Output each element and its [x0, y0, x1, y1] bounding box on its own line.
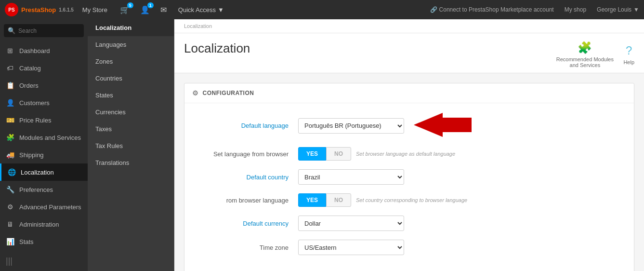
sidebar-collapse-btn[interactable]: |||: [0, 251, 88, 271]
sidebar-item-customers[interactable]: 👤 Customers: [0, 94, 88, 111]
admin-icon: 🖥: [6, 220, 14, 228]
sidebar-item-label: Catalog: [19, 65, 41, 72]
from-browser-toggle: YES NO: [298, 193, 351, 207]
preferences-icon: 🔧: [6, 186, 14, 193]
search-box[interactable]: 🔍: [4, 24, 84, 37]
sidebar-item-dashboard[interactable]: ⊞ Dashboard: [0, 42, 88, 59]
version-badge: 1.6.1.5: [59, 7, 74, 13]
from-browser-hint: Set country corresponding to browser lan…: [356, 197, 467, 203]
sidebar-item-catalog[interactable]: 🏷 Catalog: [0, 59, 88, 77]
submenu-item-states[interactable]: States: [88, 87, 174, 104]
shipping-icon: 🚚: [6, 151, 14, 159]
red-arrow: [414, 113, 472, 138]
recommended-modules-btn[interactable]: 🧩 Recommended Modules and Services: [556, 41, 614, 68]
search-icon: 🔍: [8, 27, 15, 34]
store-name[interactable]: My Store: [82, 6, 107, 14]
configuration-card: ⚙ CONFIGURATION Default language Portugu…: [184, 83, 634, 271]
set-language-hint: Set browser language as default language: [356, 151, 455, 157]
dashboard-icon: ⊞: [6, 47, 14, 54]
recommended-modules-label: Recommended Modules and Services: [556, 56, 614, 68]
from-browser-yes-btn[interactable]: YES: [298, 193, 326, 207]
sidebar-item-preferences[interactable]: 🔧 Preferences: [0, 181, 88, 198]
sidebar-item-label: Dashboard: [19, 47, 50, 54]
default-currency-row: Default currency Dollar: [192, 216, 626, 231]
sidebar-item-label: Advanced Parameters: [19, 203, 81, 211]
from-browser-row: rom browser language YES NO Set country …: [192, 193, 626, 207]
search-input[interactable]: [18, 27, 80, 34]
sidebar-item-stats[interactable]: 📊 Stats: [0, 233, 88, 250]
sidebar-item-orders[interactable]: 📋 Orders: [0, 77, 88, 94]
timezone-select[interactable]: US/Eastern: [298, 240, 404, 255]
default-country-select[interactable]: Brazil: [298, 169, 404, 185]
sidebar-item-label: Modules and Services: [19, 134, 81, 141]
submenu-item-currencies[interactable]: Currencies: [88, 104, 174, 121]
submenu-item-tax-rules[interactable]: Tax Rules: [88, 137, 174, 154]
quick-access-btn[interactable]: Quick Access ▼: [178, 6, 224, 14]
arrow-svg: [414, 113, 472, 137]
my-shop-btn[interactable]: My shop: [565, 6, 586, 13]
page-header: Localization 🧩 Recommended Modules and S…: [174, 33, 644, 73]
default-currency-label: Default currency: [192, 220, 298, 227]
gear-icon: ⚙: [192, 89, 199, 97]
orders-badge: 1: [147, 2, 154, 8]
sidebar-item-localization[interactable]: 🌐 Localization: [0, 163, 88, 181]
puzzle-icon: 🧩: [578, 41, 592, 54]
top-nav: PS PrestaShop 1.6.1.5 My Store 🛒5 👤1 ✉ Q…: [0, 0, 644, 19]
price-rules-icon: 🎫: [6, 116, 14, 124]
set-language-label: Set language from browser: [192, 150, 298, 158]
localization-icon: 🌐: [7, 168, 16, 176]
sidebar-item-label: Stats: [19, 238, 34, 245]
submenu-item-countries[interactable]: Countries: [88, 70, 174, 87]
set-language-row: Set language from browser YES NO Set bro…: [192, 147, 626, 161]
sidebar-item-label: Administration: [19, 221, 59, 228]
default-country-label: Default country: [192, 174, 298, 181]
from-browser-label: rom browser language: [192, 197, 298, 204]
default-language-row: Default language Português BR (Portugues…: [192, 113, 626, 138]
default-language-select[interactable]: Português BR (Portuguese): [298, 118, 404, 134]
default-country-row: Default country Brazil: [192, 169, 626, 185]
messages-icon[interactable]: ✉: [158, 4, 170, 15]
user-chevron-icon: ▼: [633, 6, 639, 13]
catalog-icon: 🏷: [6, 64, 14, 72]
sidebar-item-label: Customers: [19, 99, 50, 107]
default-currency-select[interactable]: Dollar: [298, 216, 404, 231]
set-language-yes-btn[interactable]: YES: [298, 147, 326, 161]
timezone-label: Time zone: [192, 244, 298, 251]
user-menu-btn[interactable]: George Louis ▼: [597, 6, 639, 13]
logo[interactable]: PS PrestaShop 1.6.1.5: [5, 3, 74, 16]
connect-marketplace-btn[interactable]: 🔗 Connect to PrestaShop Marketplace acco…: [430, 6, 554, 13]
card-body: Default language Português BR (Portugues…: [184, 103, 634, 271]
sidebar-item-shipping[interactable]: 🚚 Shipping: [0, 146, 88, 163]
submenu-panel: Localization Languages Zones Countries S…: [88, 19, 174, 271]
sidebar-item-price-rules[interactable]: 🎫 Price Rules: [0, 111, 88, 129]
sidebar-item-label: Localization: [21, 169, 54, 176]
customers-icon: 👤: [6, 99, 14, 107]
default-language-label: Default language: [192, 122, 298, 129]
sidebar-item-advanced[interactable]: ⚙ Advanced Parameters: [0, 198, 88, 216]
from-browser-no-btn[interactable]: NO: [326, 193, 351, 207]
cart-badge: 5: [127, 2, 133, 8]
svg-marker-1: [414, 113, 472, 137]
cart-icon[interactable]: 🛒5: [117, 4, 132, 15]
sidebar-item-administration[interactable]: 🖥 Administration: [0, 216, 88, 233]
submenu-item-zones[interactable]: Zones: [88, 53, 174, 70]
breadcrumb: Localization: [174, 19, 644, 33]
content-area: ⚙ CONFIGURATION Default language Portugu…: [174, 73, 644, 271]
submenu-item-taxes[interactable]: Taxes: [88, 121, 174, 137]
set-language-no-btn[interactable]: NO: [326, 147, 351, 161]
submenu-item-translations[interactable]: Translations: [88, 154, 174, 171]
sidebar-item-modules[interactable]: 🧩 Modules and Services: [0, 129, 88, 146]
main-area: Localization Localization 🧩 Recommended …: [174, 19, 644, 271]
submenu-item-localization[interactable]: Localization: [88, 19, 174, 36]
page-title: Localization: [184, 41, 250, 56]
modules-icon: 🧩: [6, 134, 14, 141]
submenu-item-languages[interactable]: Languages: [88, 36, 174, 53]
help-label: Help: [623, 59, 634, 65]
orders-icon[interactable]: 👤1: [137, 4, 153, 15]
header-actions: 🧩 Recommended Modules and Services ? Hel…: [556, 41, 634, 68]
top-icons: 🛒5 👤1 ✉: [117, 4, 170, 15]
sidebar-item-label: Preferences: [19, 186, 53, 193]
set-language-toggle: YES NO: [298, 147, 351, 161]
logo-text: PrestaShop: [21, 6, 56, 14]
help-btn[interactable]: ? Help: [623, 44, 634, 65]
